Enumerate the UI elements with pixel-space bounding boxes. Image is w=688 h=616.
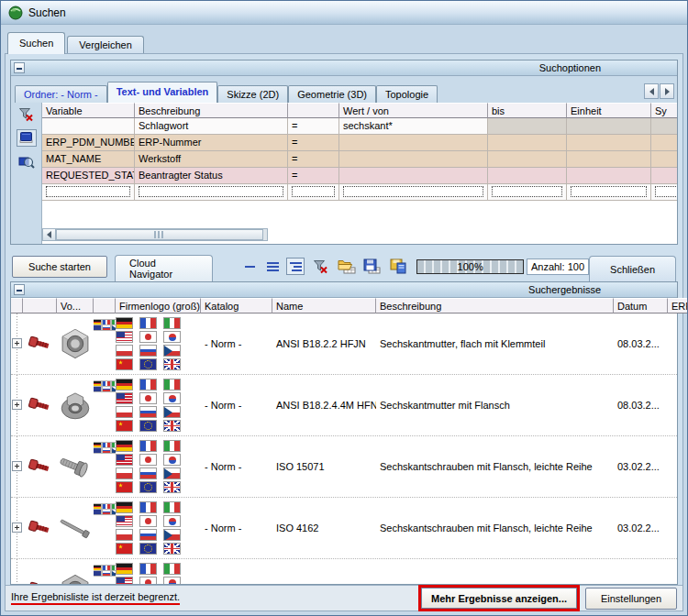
result-row[interactable]: [11, 559, 677, 584]
save-results-button[interactable]: [388, 258, 407, 275]
more-results-button[interactable]: Mehr Ergebnisse anzeigen...: [421, 588, 577, 609]
tab-vergleichen[interactable]: Vergleichen: [67, 36, 144, 54]
clear-results-filter-button[interactable]: [311, 258, 330, 275]
view-compact-button[interactable]: [240, 258, 259, 275]
col-header-erp[interactable]: ERP-N: [668, 298, 688, 314]
flag-fr-icon: [103, 566, 110, 570]
red-screw-icon: [27, 397, 54, 414]
cell-bis[interactable]: [488, 151, 567, 168]
col-header-bis[interactable]: bis: [488, 103, 567, 118]
cell-sy[interactable]: [651, 168, 677, 184]
scroll-left-button[interactable]: [43, 229, 56, 240]
cell-variable[interactable]: ERP_PDM_NUMBER: [42, 135, 135, 151]
cell-wert[interactable]: [339, 168, 488, 184]
cell-operator[interactable]: =: [288, 118, 339, 135]
search-in-catalog-button[interactable]: [17, 153, 37, 170]
cell-operator[interactable]: =: [288, 151, 339, 168]
new-condition-einheit-input[interactable]: [567, 184, 651, 201]
new-condition-bis-input[interactable]: [488, 184, 567, 201]
col-header-beschreibung[interactable]: Beschreibung: [376, 298, 614, 314]
arrow-right-icon: [665, 88, 673, 95]
cell-einheit[interactable]: [567, 168, 651, 184]
col-header-expand[interactable]: [11, 298, 23, 314]
view-detail-button[interactable]: [286, 258, 305, 275]
col-header-preview[interactable]: [23, 298, 57, 314]
col-header-sy[interactable]: Sy: [651, 103, 677, 118]
col-header-datum[interactable]: Datum: [614, 298, 668, 314]
cell-variable[interactable]: REQUESTED_STATE: [42, 168, 135, 184]
collapse-results-button[interactable]: [14, 284, 25, 295]
tab-skizze-2d[interactable]: Skizze (2D): [217, 85, 288, 103]
tab-suchen[interactable]: Suchen: [7, 32, 65, 54]
new-condition-beschreibung-input[interactable]: [135, 184, 288, 201]
tab-text-und-variablen[interactable]: Text- und Variablen: [107, 82, 218, 103]
cell-variable[interactable]: [42, 118, 135, 135]
name-cell: ANSI B18.2.4.4M HFN: [272, 375, 376, 435]
expand-icon[interactable]: [12, 338, 22, 348]
cell-wert[interactable]: sechskant*: [339, 118, 488, 135]
expand-icon[interactable]: [12, 400, 22, 410]
col-header-vorschau[interactable]: Vo...: [57, 298, 94, 314]
funnel-delete-icon: [313, 259, 328, 274]
result-count-field[interactable]: Anzahl: 100: [527, 258, 589, 275]
flag-ru-icon: [103, 448, 110, 453]
col-header-variable[interactable]: Variable: [42, 103, 135, 118]
collapse-search-options-button[interactable]: [14, 62, 25, 73]
expand-icon[interactable]: [12, 461, 22, 471]
new-condition-sy-input[interactable]: [651, 184, 677, 201]
cell-beschreibung[interactable]: ERP-Nummer: [135, 135, 288, 151]
settings-button[interactable]: Einstellungen: [585, 588, 677, 610]
new-condition-operator-input[interactable]: [288, 184, 339, 201]
cell-einheit[interactable]: [567, 135, 651, 151]
result-row[interactable]: - Norm - ISO 4162 Sechskantschrauben mit…: [11, 498, 677, 559]
save-search-button[interactable]: [362, 258, 382, 275]
tab-topologie[interactable]: Topologie: [376, 85, 438, 103]
col-header-katalog[interactable]: Katalog: [201, 298, 272, 314]
tab-scroll-right-button[interactable]: [660, 83, 674, 99]
expand-icon[interactable]: [12, 522, 22, 533]
result-row[interactable]: - Norm - ANSI B18.2.4.4M HFN Sechskantmu…: [11, 375, 677, 436]
result-row[interactable]: - Norm - ISO 15071 Sechskantschrauben mi…: [11, 436, 677, 498]
new-condition-variable-input[interactable]: [42, 184, 135, 201]
horizontal-scrollbar[interactable]: [42, 228, 268, 241]
list-lines-icon: [267, 262, 279, 264]
scrollbar-thumb[interactable]: [56, 229, 263, 240]
cell-wert[interactable]: [339, 151, 488, 168]
cell-variable[interactable]: MAT_NAME: [42, 151, 135, 168]
cell-sy[interactable]: [651, 151, 677, 168]
title-bar[interactable]: Suchen: [1, 1, 687, 25]
start-search-button[interactable]: Suche starten: [12, 256, 107, 278]
flag-us-icon: [116, 577, 133, 584]
cell-beschreibung[interactable]: Werkstoff: [135, 151, 288, 168]
cell-operator[interactable]: =: [288, 135, 339, 151]
cell-bis[interactable]: [488, 168, 567, 184]
cell-beschreibung[interactable]: Beantragter Status: [135, 168, 288, 184]
cell-wert[interactable]: [339, 135, 488, 151]
date-cell: 08.03.2...: [614, 375, 668, 435]
col-header-wert-von[interactable]: Wert / von: [339, 103, 488, 118]
col-header-name[interactable]: Name: [272, 298, 376, 314]
cloud-navigator-tab[interactable]: Cloud Navigator: [115, 255, 213, 281]
new-condition-wert-input[interactable]: [339, 184, 488, 201]
cell-sy[interactable]: [651, 135, 677, 151]
tab-scroll-left-button[interactable]: [644, 83, 659, 99]
cell-einheit[interactable]: [567, 151, 651, 168]
col-header-flags[interactable]: [94, 298, 116, 314]
col-header-beschreibung[interactable]: Beschreibung: [135, 103, 288, 118]
cell-bis[interactable]: [488, 135, 567, 151]
cell-beschreibung[interactable]: Schlagwort: [135, 118, 288, 135]
load-search-button[interactable]: [337, 258, 356, 275]
small-flags-grid: [94, 443, 116, 453]
tab-geometrie-3d[interactable]: Geometrie (3D): [288, 85, 376, 103]
keyword-search-button[interactable]: [17, 129, 37, 147]
flag-de-icon: [116, 563, 133, 575]
col-header-einheit[interactable]: Einheit: [567, 103, 651, 118]
result-row[interactable]: - Norm - ANSI B18.2.2 HFJN Sechskantmutt…: [11, 314, 677, 375]
close-button[interactable]: Schließen: [589, 256, 676, 281]
col-header-firmenlogo[interactable]: Firmenlogo (groß): [116, 298, 201, 314]
view-list-button[interactable]: [263, 258, 282, 275]
clear-filter-row-button[interactable]: [17, 105, 37, 123]
tab-ordner[interactable]: Ordner: - Norm -: [15, 85, 107, 103]
col-header-operator[interactable]: [288, 103, 339, 118]
cell-operator[interactable]: =: [288, 168, 339, 184]
